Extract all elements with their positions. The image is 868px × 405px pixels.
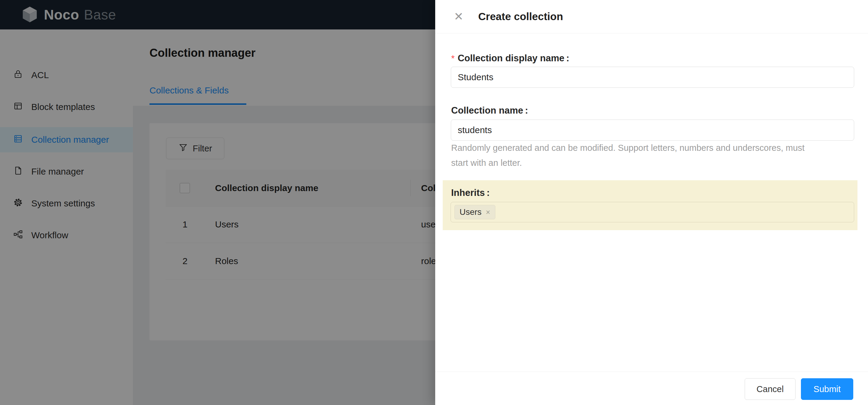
required-mark: *	[451, 53, 455, 63]
create-collection-drawer: ✕ Create collection * Collection display…	[435, 0, 868, 405]
collection-name-label: Collection name :	[451, 105, 528, 116]
collection-display-name-input[interactable]	[451, 67, 854, 88]
collection-name-help: Randomly generated and can be modified. …	[451, 140, 868, 170]
display-name-label: * Collection display name :	[451, 53, 569, 64]
inherits-tag-users[interactable]: Users ×	[455, 205, 495, 219]
submit-button[interactable]: Submit	[801, 378, 853, 400]
cancel-button[interactable]: Cancel	[745, 378, 796, 400]
inherits-select[interactable]: Users ×	[451, 202, 854, 222]
inherits-label: Inherits :	[451, 188, 490, 198]
collection-name-input[interactable]	[451, 120, 854, 141]
close-icon[interactable]: ✕	[454, 11, 463, 22]
inherits-highlight-block: Inherits : Users ×	[443, 180, 858, 230]
drawer-title: Create collection	[478, 10, 563, 23]
app-root: NocoBase ACL Block templates	[0, 0, 868, 405]
tag-remove-icon[interactable]: ×	[486, 208, 490, 216]
drawer-header: ✕ Create collection	[435, 0, 868, 33]
tag-label: Users	[460, 207, 482, 217]
drawer-footer: Cancel Submit	[435, 372, 868, 405]
